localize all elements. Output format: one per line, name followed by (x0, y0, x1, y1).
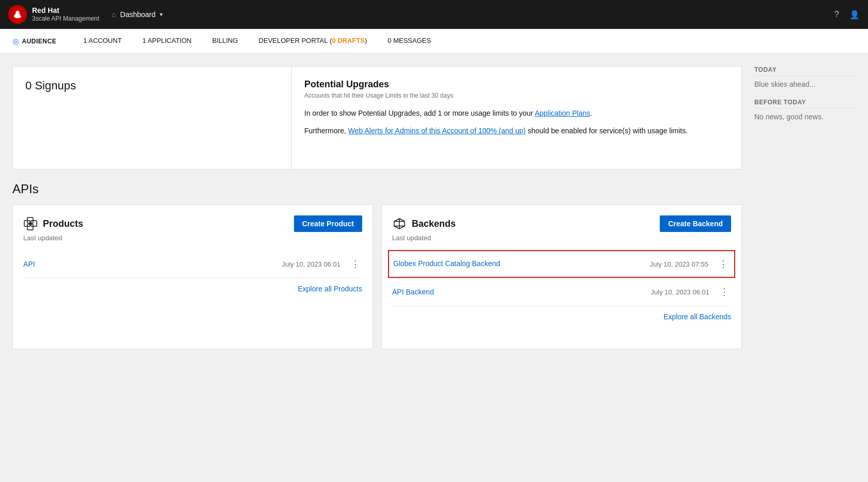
upgrades-panel: Potential Upgrades Accounts that hit the… (292, 67, 741, 169)
explore-backends-link[interactable]: Explore all Backends (663, 313, 731, 321)
products-card: Products Create Product Last updated API… (12, 205, 373, 349)
apis-cards: Products Create Product Last updated API… (12, 205, 742, 349)
home-icon: ⌂ (112, 10, 116, 19)
redhat-logo-icon (8, 5, 27, 24)
dashboard-nav-label: Dashboard (120, 10, 156, 19)
upgrades-text: In order to show Potential Upgrades, add… (304, 107, 729, 137)
explore-products-link[interactable]: Explore all Products (298, 285, 362, 293)
news-before-today-label: BEFORE TODAY (754, 99, 856, 108)
api-product-date: July 10, 2023 06:01 (282, 260, 340, 268)
topnav-nav[interactable]: ⌂ Dashboard ▾ (112, 10, 163, 19)
top-navigation: Red Hat 3scale API Management ⌂ Dashboar… (0, 0, 868, 29)
news-section: TODAY Blue skies ahead... BEFORE TODAY N… (754, 66, 856, 121)
application-plans-link[interactable]: Application Plans (535, 109, 590, 117)
api-backend-date: July 10, 2023 06:01 (651, 288, 709, 296)
api-backend-menu-button[interactable]: ⋮ (718, 284, 731, 300)
api-product-menu-button[interactable]: ⋮ (349, 256, 362, 272)
audience-label: ◎ AUDIENCE (12, 37, 56, 45)
audience-nav: 1 ACCOUNT 1 APPLICATION BILLING DEVELOPE… (73, 29, 856, 54)
signups-panel: 0 Signups (13, 67, 292, 169)
globex-backend-date: July 10, 2023 07:55 (650, 260, 708, 268)
brand: Red Hat 3scale API Management (8, 5, 99, 24)
upgrades-title: Potential Upgrades (304, 79, 729, 90)
chevron-down-icon: ▾ (160, 11, 163, 18)
user-menu-button[interactable]: 👤 (849, 10, 860, 20)
main-right: TODAY Blue skies ahead... BEFORE TODAY N… (742, 66, 856, 349)
globex-backend-link[interactable]: Globex Product Catalog Backend (393, 259, 642, 269)
backends-card: Backends Create Backend Last updated Glo… (381, 205, 742, 349)
news-today-text: Blue skies ahead... (754, 80, 856, 88)
upgrades-para1: In order to show Potential Upgrades, add… (304, 107, 729, 119)
create-backend-button[interactable]: Create Backend (660, 215, 731, 232)
products-title: Products (43, 219, 83, 229)
apis-title: APIs (12, 182, 742, 196)
backends-subtitle: Last updated (392, 234, 731, 242)
help-button[interactable]: ? (834, 10, 839, 19)
brand-name: Red Hat (32, 6, 99, 15)
api-product-link[interactable]: API (23, 260, 274, 268)
brand-subtitle: 3scale API Management (32, 15, 99, 22)
audience-icon: ◎ (12, 37, 19, 45)
web-alerts-link[interactable]: Web Alerts for Admins of this Account of… (348, 127, 526, 135)
audience-nav-developer-portal[interactable]: DEVELOPER PORTAL (0 DRAFTS) (249, 29, 378, 54)
backends-title: Backends (412, 219, 456, 229)
products-icon (23, 216, 38, 231)
products-card-header: Products Create Product (23, 215, 362, 232)
audience-nav-account[interactable]: 1 ACCOUNT (73, 29, 132, 54)
api-backend-link[interactable]: API Backend (392, 288, 643, 296)
topnav-right: ? 👤 (834, 10, 860, 20)
backend-list-item-api: API Backend July 10, 2023 06:01 ⋮ (392, 278, 731, 306)
audience-nav-billing[interactable]: BILLING (202, 29, 249, 54)
apis-section: APIs (12, 182, 742, 349)
main-left: 0 Signups Potential Upgrades Accounts th… (12, 66, 742, 349)
main-content: 0 Signups Potential Upgrades Accounts th… (0, 54, 868, 362)
audience-nav-application[interactable]: 1 APPLICATION (132, 29, 202, 54)
audience-bar: ◎ AUDIENCE 1 ACCOUNT 1 APPLICATION BILLI… (0, 29, 868, 54)
audience-text: AUDIENCE (22, 38, 57, 45)
upgrades-subtitle: Accounts that hit their Usage Limits in … (304, 92, 729, 99)
news-before-today-text: No news, good news. (754, 113, 856, 121)
create-product-button[interactable]: Create Product (294, 215, 362, 232)
product-list-item: API July 10, 2023 06:01 ⋮ (23, 250, 362, 278)
globex-backend-menu-button[interactable]: ⋮ (717, 256, 730, 272)
products-subtitle: Last updated (23, 234, 362, 242)
signups-count: 0 Signups (25, 79, 279, 92)
backend-list-item-globex: Globex Product Catalog Backend July 10, … (388, 250, 735, 278)
audience-nav-messages[interactable]: 0 MESSAGES (377, 29, 441, 54)
explore-backends-link-container: Explore all Backends (392, 306, 731, 321)
backends-card-header: Backends Create Backend (392, 215, 731, 232)
news-today-label: TODAY (754, 66, 856, 76)
explore-products-link-container: Explore all Products (23, 278, 362, 293)
upgrades-para2: Furthermore, Web Alerts for Admins of th… (304, 125, 729, 136)
audience-section: 0 Signups Potential Upgrades Accounts th… (12, 66, 742, 169)
backends-icon (392, 216, 407, 231)
